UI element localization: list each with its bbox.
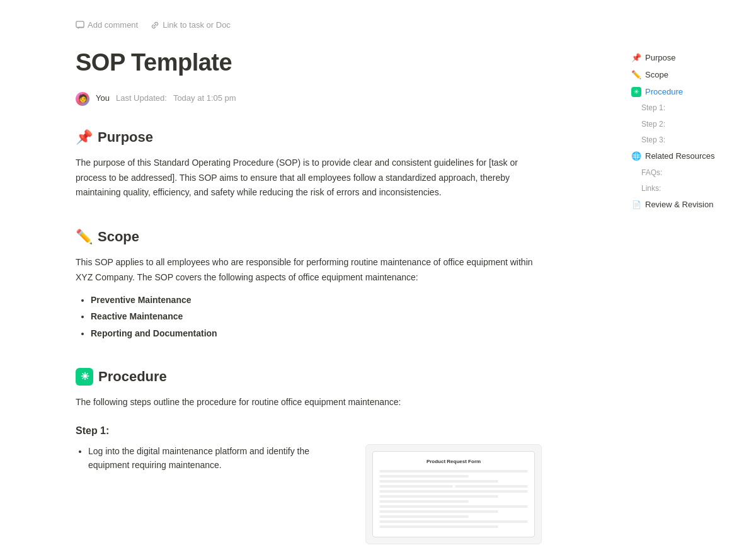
- step1-content: Log into the digital maintenance platfor…: [76, 444, 542, 544]
- bullet-reactive: Reactive Maintenance: [91, 309, 542, 323]
- form-grid-1: [379, 485, 528, 488]
- step1-bullet: Log into the digital maintenance platfor…: [88, 444, 353, 473]
- last-updated-value: Today at 1:05 pm: [173, 92, 236, 105]
- page-title: SOP Template: [76, 43, 542, 82]
- sidebar: 📌 Purpose ✏️ Scope ✳ Procedure Step 1: S…: [617, 38, 756, 227]
- main-content: Add comment Link to task or Doc SOP Temp…: [25, 0, 592, 550]
- step1-heading: Step 1:: [76, 423, 542, 439]
- svg-rect-0: [76, 21, 84, 28]
- form-cell-1: [379, 485, 453, 488]
- scope-heading: ✏️ Scope: [76, 226, 542, 248]
- bullet-preventive: Preventive Maintenance: [91, 293, 542, 307]
- sidebar-related-label: Related Resources: [645, 150, 715, 163]
- sidebar-item-step2[interactable]: Step 2:: [627, 117, 746, 132]
- procedure-heading: ✳ Procedure: [76, 365, 542, 387]
- sidebar-item-purpose[interactable]: 📌 Purpose: [627, 50, 746, 66]
- form-line-3: [379, 480, 498, 483]
- meta-row: 🧑 You Last Updated: Today at 1:05 pm: [76, 92, 542, 106]
- sidebar-item-scope[interactable]: ✏️ Scope: [627, 67, 746, 83]
- scope-section: ✏️ Scope This SOP applies to all employe…: [76, 226, 542, 340]
- last-updated-label: Last Updated:: [116, 92, 167, 105]
- form-cell-2: [455, 485, 529, 488]
- sidebar-purpose-label: Purpose: [645, 52, 675, 65]
- sidebar-item-procedure[interactable]: ✳ Procedure: [627, 84, 746, 100]
- form-line-6: [379, 500, 469, 503]
- avatar: 🧑: [76, 92, 89, 106]
- author-name: You: [96, 92, 110, 105]
- sidebar-review-label: Review & Revision: [645, 198, 713, 212]
- sidebar-step2-label: Step 2:: [641, 118, 665, 130]
- purpose-icon: 📌: [76, 126, 93, 148]
- scope-body: This SOP applies to all employees who ar…: [76, 255, 542, 285]
- page-wrapper: Add comment Link to task or Doc SOP Temp…: [0, 0, 756, 550]
- sidebar-step3-label: Step 3:: [641, 134, 665, 146]
- sidebar-item-links[interactable]: Links:: [627, 181, 746, 196]
- comment-icon: [76, 21, 84, 30]
- form-line-2: [379, 475, 469, 478]
- form-preview: Product Request Form: [372, 451, 535, 537]
- sidebar-scope-label: Scope: [645, 69, 668, 82]
- sidebar-item-step3[interactable]: Step 3:: [627, 133, 746, 147]
- form-line-8: [379, 510, 498, 513]
- scope-icon: ✏️: [76, 226, 93, 248]
- form-preview-title: Product Request Form: [379, 458, 528, 466]
- form-line-11: [379, 525, 498, 528]
- form-line-5: [379, 495, 498, 498]
- sidebar-scope-icon: ✏️: [631, 69, 641, 82]
- purpose-heading: 📌 Purpose: [76, 126, 542, 148]
- sidebar-item-faqs[interactable]: FAQs:: [627, 166, 746, 180]
- link-icon: [151, 21, 159, 30]
- sidebar-item-related[interactable]: 🌐 Related Resources: [627, 149, 746, 164]
- sidebar-item-review[interactable]: 📄 Review & Revision: [627, 197, 746, 213]
- form-line-10: [379, 520, 528, 523]
- sidebar-doc-icon: 📄: [631, 200, 641, 210]
- step1-container: Step 1: Log into the digital maintenance…: [76, 423, 542, 544]
- sidebar-faqs-label: FAQs:: [641, 167, 662, 179]
- form-line-4: [379, 490, 528, 493]
- scope-bullets: Preventive Maintenance Reactive Maintena…: [91, 293, 542, 340]
- purpose-section: 📌 Purpose The purpose of this Standard O…: [76, 126, 542, 201]
- sidebar-step1-label: Step 1:: [641, 102, 665, 114]
- sidebar-links-label: Links:: [641, 183, 661, 195]
- form-line-7: [379, 505, 528, 508]
- sidebar-procedure-icon: ✳: [631, 87, 641, 97]
- sidebar-procedure-label: Procedure: [645, 86, 683, 99]
- sidebar-item-step1[interactable]: Step 1:: [627, 101, 746, 115]
- step1-image-preview: Product Request Form: [365, 444, 542, 544]
- add-comment-button[interactable]: Add comment: [76, 19, 138, 32]
- sidebar-purpose-icon: 📌: [631, 52, 641, 65]
- form-line-1: [379, 470, 528, 473]
- step1-text: Log into the digital maintenance platfor…: [76, 444, 353, 473]
- sidebar-globe-icon: 🌐: [631, 151, 641, 161]
- procedure-section: ✳ Procedure The following steps outline …: [76, 365, 542, 544]
- link-task-button[interactable]: Link to task or Doc: [151, 19, 231, 32]
- toolbar: Add comment Link to task or Doc: [76, 19, 542, 32]
- purpose-body: The purpose of this Standard Operating P…: [76, 156, 542, 200]
- procedure-intro: The following steps outline the procedur…: [76, 395, 542, 410]
- form-line-9: [379, 515, 469, 518]
- procedure-icon: ✳: [76, 368, 93, 386]
- bullet-reporting: Reporting and Documentation: [91, 326, 542, 340]
